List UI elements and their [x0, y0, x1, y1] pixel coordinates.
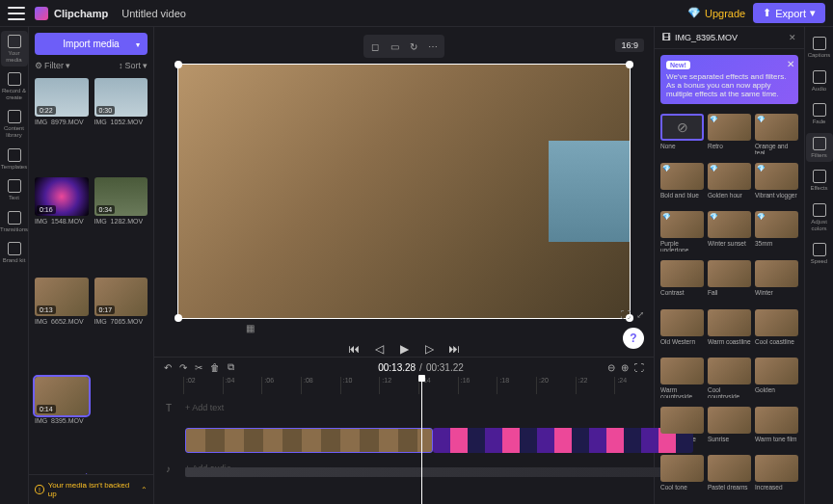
rrail-adjust-colors[interactable]: Adjust colors: [806, 199, 833, 235]
fullscreen-button[interactable]: ⤢: [636, 309, 644, 320]
filter-thumbnail: [660, 309, 704, 336]
audio-waveform[interactable]: [185, 467, 693, 477]
preview-area: ◻ ▭ ↻ ⋯ 16:9 ▦ ⏮ ◁ ▶ ▷ ⏭ ⛶ ⤢: [154, 27, 654, 357]
premium-icon: 💎: [757, 165, 766, 172]
rrail-filters[interactable]: Filters: [806, 133, 833, 163]
more-button[interactable]: ⋯: [424, 38, 442, 55]
rail-icon: [813, 203, 826, 217]
filter-orange-and-teal[interactable]: 💎Orange and teal: [755, 114, 798, 159]
filter-cool-countryside[interactable]: Cool countryside: [708, 358, 751, 403]
filter-contrast[interactable]: Contrast: [660, 260, 704, 305]
delete-button[interactable]: 🗑: [210, 362, 220, 373]
media-item[interactable]: 0:17IMG_7065.MOV: [94, 278, 148, 371]
rail-transitions[interactable]: Transitions: [1, 207, 28, 237]
filter-golden[interactable]: Golden: [755, 358, 798, 403]
preview-canvas[interactable]: [177, 64, 631, 319]
close-promo-button[interactable]: ✕: [787, 59, 794, 69]
brand: Clipchamp: [35, 7, 108, 20]
filter-warm-tone-film[interactable]: Warm tone film: [755, 407, 798, 452]
filter-warm-coastline[interactable]: Warm coastline: [708, 309, 751, 355]
filter-golden-hour[interactable]: 💎Golden hour: [708, 163, 751, 208]
project-title[interactable]: Untitled video: [121, 8, 186, 19]
undo-button[interactable]: ↶: [164, 362, 172, 373]
audio-track[interactable]: ♪ + Add audio: [166, 460, 654, 477]
rail-record-create[interactable]: Record & create: [1, 68, 28, 104]
import-media-button[interactable]: Import media▾: [35, 33, 148, 55]
resize-handle[interactable]: [626, 61, 633, 68]
rrail-speed[interactable]: Speed: [806, 239, 833, 269]
split-button[interactable]: ✂: [195, 362, 202, 373]
filter-bold-and-blue[interactable]: 💎Bold and blue: [660, 163, 704, 208]
filter--mm[interactable]: 💎35mm: [755, 211, 798, 256]
filter-pastel-dreams[interactable]: Pastel dreams: [708, 455, 751, 500]
redo-button[interactable]: ↷: [179, 362, 187, 373]
filter-fall[interactable]: Fall: [708, 260, 751, 305]
backup-warning[interactable]: ! Your media isn't backed up ⌃: [29, 474, 153, 504]
filter-vibrant-vlogger[interactable]: 💎Vibrant vlogger: [755, 163, 798, 208]
rail-icon: [813, 137, 826, 150]
time-ruler[interactable]: :02:04:06:08:10:12:14:16:18:20:22:24: [154, 377, 654, 394]
play-button[interactable]: ▶: [396, 341, 412, 357]
pip-button[interactable]: ▭: [386, 38, 403, 55]
rail-your-media[interactable]: Your media: [1, 31, 28, 66]
filter-dropdown[interactable]: ⚙ Filter ▾: [35, 61, 70, 70]
filter-warm-countryside[interactable]: Warm countryside: [660, 358, 704, 403]
filter-winter[interactable]: Winter: [755, 260, 798, 305]
preview-toolbar: ◻ ▭ ↻ ⋯: [363, 35, 444, 58]
filter-increased[interactable]: Increased: [755, 455, 798, 500]
filter-sunrise[interactable]: Sunrise: [708, 407, 751, 452]
menu-button[interactable]: [8, 7, 25, 20]
filter-winter-sunset[interactable]: 💎Winter sunset: [708, 211, 751, 256]
skip-start-button[interactable]: ⏮: [346, 341, 362, 357]
sort-dropdown[interactable]: ↕ Sort ▾: [119, 61, 148, 70]
zoom-out-button[interactable]: ⊖: [607, 362, 615, 373]
media-item[interactable]: 0:22IMG_8979.MOV: [35, 78, 89, 172]
rail-templates[interactable]: Templates: [1, 145, 28, 174]
skip-end-button[interactable]: ⏭: [446, 341, 462, 357]
text-track[interactable]: T + Add text: [166, 394, 654, 421]
left-rail: Your mediaRecord & createContent library…: [0, 27, 29, 504]
export-button[interactable]: ⬆ Export ▾: [753, 3, 825, 23]
filter-none[interactable]: None: [660, 114, 704, 159]
media-item[interactable]: 0:30IMG_1052.MOV: [94, 78, 148, 172]
rrail-audio[interactable]: Audio: [806, 66, 833, 96]
playhead[interactable]: [421, 377, 422, 504]
filter-purple-undertone[interactable]: 💎Purple undertone: [660, 211, 704, 256]
aspect-ratio[interactable]: 16:9: [615, 39, 644, 52]
duplicate-button[interactable]: ⧉: [228, 361, 234, 373]
rail-content-library[interactable]: Content library: [1, 106, 28, 142]
filter-retro[interactable]: 💎Retro: [708, 114, 751, 159]
filter-cool-tone[interactable]: Cool tone: [660, 455, 704, 500]
rrail-fade[interactable]: Fade: [806, 99, 833, 129]
rail-icon: [8, 148, 21, 162]
zoom-fit-button[interactable]: ⛶: [634, 362, 644, 373]
premium-icon: 💎: [710, 165, 718, 172]
fit-button[interactable]: ⛶: [621, 309, 631, 320]
crop-button[interactable]: ◻: [366, 38, 384, 55]
rotate-button[interactable]: ↻: [405, 38, 422, 55]
close-panel-button[interactable]: ✕: [789, 33, 796, 42]
upgrade-button[interactable]: 💎 Upgrade: [687, 7, 745, 19]
rrail-effects[interactable]: Effects: [806, 166, 833, 196]
rail-text[interactable]: Text: [1, 175, 28, 205]
filter-cool-coastline[interactable]: Cool coastline: [755, 309, 798, 355]
rail-brand-kit[interactable]: Brand kit: [1, 238, 28, 268]
media-item[interactable]: 0:14IMG_8395.MOV✓: [35, 377, 89, 470]
video-track[interactable]: [166, 427, 654, 454]
help-button[interactable]: ?: [623, 328, 644, 349]
timeline: ↶ ↷ ✂ 🗑 ⧉ 00:13.28 / 00:31.22 ⊖ ⊕ ⛶ :02:…: [154, 357, 654, 504]
zoom-in-button[interactable]: ⊕: [621, 362, 629, 373]
video-clip[interactable]: [185, 428, 433, 453]
step-back-button[interactable]: ◁: [371, 341, 387, 357]
resize-handle[interactable]: [175, 314, 182, 322]
media-item[interactable]: 0:34IMG_1282.MOV: [94, 177, 148, 271]
media-thumbnail: 0:30: [94, 78, 148, 117]
resize-handle[interactable]: [175, 61, 182, 68]
step-forward-button[interactable]: ▷: [421, 341, 437, 357]
rrail-captions[interactable]: Captions: [806, 33, 833, 63]
media-item[interactable]: 0:16IMG_1548.MOV: [35, 177, 89, 271]
video-clip[interactable]: [433, 428, 693, 453]
color-button[interactable]: ▦: [246, 323, 255, 333]
media-item[interactable]: 0:13IMG_6652.MOV: [35, 278, 89, 371]
filter-old-western[interactable]: Old Western: [660, 309, 704, 355]
